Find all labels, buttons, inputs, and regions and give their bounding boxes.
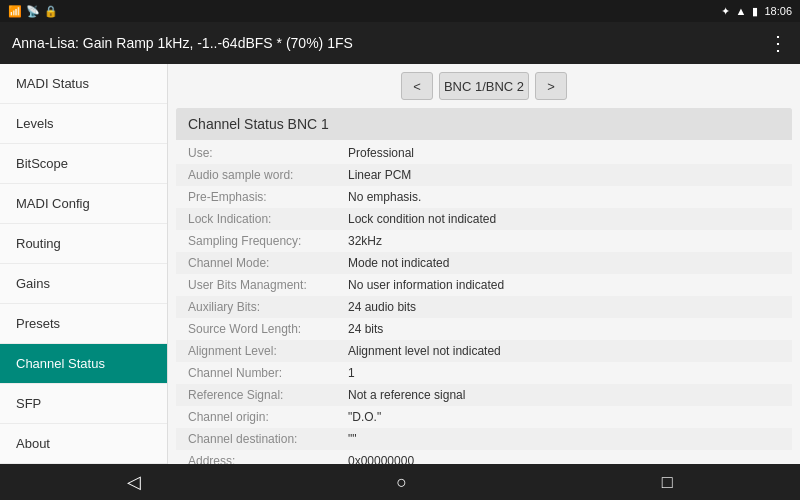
row-value: 24 audio bits bbox=[348, 300, 416, 314]
status-bar-left-icons: 📶 📡 🔒 bbox=[8, 5, 58, 18]
row-label: Channel origin: bbox=[188, 410, 348, 424]
lock-icon: 🔒 bbox=[44, 5, 58, 18]
table-row: Reference Signal: Not a reference signal bbox=[176, 384, 792, 406]
row-value: "D.O." bbox=[348, 410, 381, 424]
sidebar-label-channel-status: Channel Status bbox=[16, 356, 105, 371]
row-label: Sampling Frequency: bbox=[188, 234, 348, 248]
content-area: < BNC 1/BNC 2 > Channel Status BNC 1 Use… bbox=[168, 64, 800, 464]
table-row: Lock Indication: Lock condition not indi… bbox=[176, 208, 792, 230]
table-row: Alignment Level: Alignment level not ind… bbox=[176, 340, 792, 362]
row-label: Auxiliary Bits: bbox=[188, 300, 348, 314]
menu-button[interactable]: ⋮ bbox=[768, 31, 788, 55]
sidebar-label-about: About bbox=[16, 436, 50, 451]
row-label: Address: bbox=[188, 454, 348, 464]
sidebar-label-presets: Presets bbox=[16, 316, 60, 331]
bnc-prev-button[interactable]: < bbox=[401, 72, 433, 100]
table-row: Channel Number: 1 bbox=[176, 362, 792, 384]
sidebar-label-madi-config: MADI Config bbox=[16, 196, 90, 211]
row-label: Channel Mode: bbox=[188, 256, 348, 270]
bluetooth-icon: ✦ bbox=[721, 5, 730, 18]
status-bar-right: ✦ ▲ ▮ 18:06 bbox=[721, 5, 792, 18]
sidebar-item-channel-status[interactable]: Channel Status bbox=[0, 344, 167, 384]
row-value: Linear PCM bbox=[348, 168, 411, 182]
table-row: Channel destination: "" bbox=[176, 428, 792, 450]
sidebar-label-bitscope: BitScope bbox=[16, 156, 68, 171]
bnc-navigation: < BNC 1/BNC 2 > bbox=[168, 64, 800, 108]
sidebar-item-about[interactable]: About bbox=[0, 424, 167, 464]
row-label: Reference Signal: bbox=[188, 388, 348, 402]
sidebar-label-gains: Gains bbox=[16, 276, 50, 291]
table-row: Address: 0x00000000 bbox=[176, 450, 792, 464]
table-row: User Bits Managment: No user information… bbox=[176, 274, 792, 296]
sidebar-item-gains[interactable]: Gains bbox=[0, 264, 167, 304]
recent-apps-icon: □ bbox=[662, 472, 673, 493]
row-label: User Bits Managment: bbox=[188, 278, 348, 292]
sim-icon: 📶 bbox=[8, 5, 22, 18]
page-title: Anna-Lisa: Gain Ramp 1kHz, -1..-64dBFS *… bbox=[12, 35, 353, 51]
row-value: No user information indicated bbox=[348, 278, 504, 292]
main-layout: MADI Status Levels BitScope MADI Config … bbox=[0, 64, 800, 464]
row-value: Professional bbox=[348, 146, 414, 160]
row-label: Channel Number: bbox=[188, 366, 348, 380]
row-label: Channel destination: bbox=[188, 432, 348, 446]
row-label: Lock Indication: bbox=[188, 212, 348, 226]
row-value: 24 bits bbox=[348, 322, 383, 336]
table-row: Channel Mode: Mode not indicated bbox=[176, 252, 792, 274]
signal-icon: 📡 bbox=[26, 5, 40, 18]
bnc-next-button[interactable]: > bbox=[535, 72, 567, 100]
sidebar-item-madi-config[interactable]: MADI Config bbox=[0, 184, 167, 224]
bottom-navigation: ◁ ○ □ bbox=[0, 464, 800, 500]
wifi-icon: ▲ bbox=[736, 5, 747, 17]
channel-status-bnc1: Channel Status BNC 1 Use: Professional A… bbox=[176, 108, 792, 464]
home-icon: ○ bbox=[396, 472, 407, 493]
back-button[interactable]: ◁ bbox=[107, 467, 161, 497]
table-row: Channel origin: "D.O." bbox=[176, 406, 792, 428]
recent-apps-button[interactable]: □ bbox=[642, 468, 693, 497]
row-value: Not a reference signal bbox=[348, 388, 465, 402]
sidebar-item-levels[interactable]: Levels bbox=[0, 104, 167, 144]
battery-icon: ▮ bbox=[752, 5, 758, 18]
table-row: Use: Professional bbox=[176, 142, 792, 164]
title-bar: Anna-Lisa: Gain Ramp 1kHz, -1..-64dBFS *… bbox=[0, 22, 800, 64]
channel-status-bnc1-rows: Use: Professional Audio sample word: Lin… bbox=[176, 140, 792, 464]
table-row: Audio sample word: Linear PCM bbox=[176, 164, 792, 186]
row-label: Use: bbox=[188, 146, 348, 160]
row-value: Alignment level not indicated bbox=[348, 344, 501, 358]
sidebar-item-bitscope[interactable]: BitScope bbox=[0, 144, 167, 184]
table-row: Source Word Length: 24 bits bbox=[176, 318, 792, 340]
row-value: Mode not indicated bbox=[348, 256, 449, 270]
row-value: 0x00000000 bbox=[348, 454, 414, 464]
sidebar-item-sfp[interactable]: SFP bbox=[0, 384, 167, 424]
sidebar: MADI Status Levels BitScope MADI Config … bbox=[0, 64, 168, 464]
sidebar-item-presets[interactable]: Presets bbox=[0, 304, 167, 344]
row-value: 1 bbox=[348, 366, 355, 380]
table-row: Auxiliary Bits: 24 audio bits bbox=[176, 296, 792, 318]
back-icon: ◁ bbox=[127, 471, 141, 493]
sidebar-label-sfp: SFP bbox=[16, 396, 41, 411]
row-value: No emphasis. bbox=[348, 190, 421, 204]
row-value: Lock condition not indicated bbox=[348, 212, 496, 226]
sidebar-label-routing: Routing bbox=[16, 236, 61, 251]
status-bar: 📶 📡 🔒 ✦ ▲ ▮ 18:06 bbox=[0, 0, 800, 22]
channel-status-bnc1-header: Channel Status BNC 1 bbox=[176, 108, 792, 140]
row-label: Pre-Emphasis: bbox=[188, 190, 348, 204]
home-button[interactable]: ○ bbox=[376, 468, 427, 497]
row-label: Audio sample word: bbox=[188, 168, 348, 182]
sidebar-label-levels: Levels bbox=[16, 116, 54, 131]
sidebar-item-madi-status[interactable]: MADI Status bbox=[0, 64, 167, 104]
row-value: "" bbox=[348, 432, 357, 446]
row-value: 32kHz bbox=[348, 234, 382, 248]
bnc-current-label: BNC 1/BNC 2 bbox=[439, 72, 529, 100]
row-label: Alignment Level: bbox=[188, 344, 348, 358]
table-row: Pre-Emphasis: No emphasis. bbox=[176, 186, 792, 208]
sidebar-label-madi-status: MADI Status bbox=[16, 76, 89, 91]
time-display: 18:06 bbox=[764, 5, 792, 17]
table-row: Sampling Frequency: 32kHz bbox=[176, 230, 792, 252]
sidebar-item-routing[interactable]: Routing bbox=[0, 224, 167, 264]
row-label: Source Word Length: bbox=[188, 322, 348, 336]
